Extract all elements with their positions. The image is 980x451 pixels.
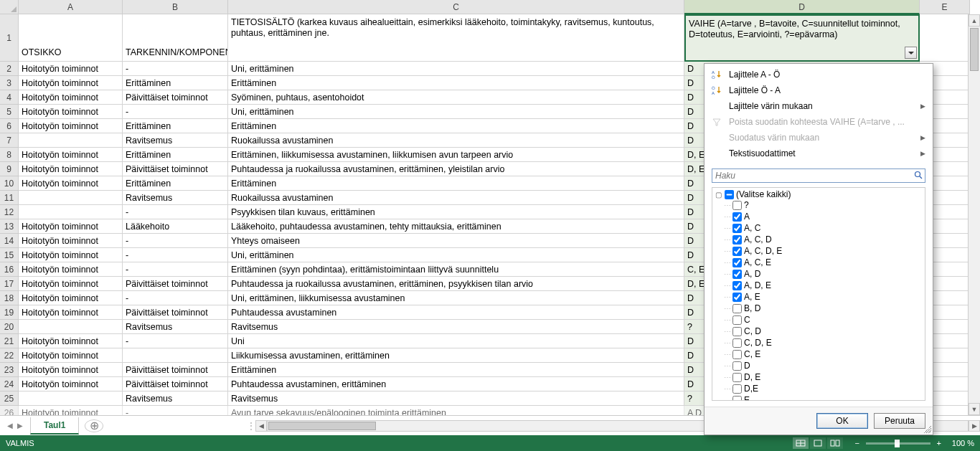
cell[interactable]: - — [123, 262, 228, 277]
cell[interactable]: Uni, erittäminen — [228, 62, 684, 76]
hscroll-thumb[interactable] — [268, 422, 376, 430]
select-all-checkbox[interactable] — [725, 190, 734, 199]
cell[interactable]: Liikkumisessa avustaminen, erittäminen — [228, 348, 684, 363]
column-header-D[interactable]: D — [684, 0, 920, 14]
cell[interactable]: Päivittäiset toiminnot — [123, 90, 228, 105]
cell[interactable]: Erittäminen — [228, 363, 684, 377]
cell[interactable]: - — [123, 406, 228, 415]
cell[interactable] — [19, 320, 123, 334]
filter-value-item[interactable]: ⋯C, D, E — [715, 337, 922, 348]
sheet-tab-taul1[interactable]: Taul1 — [30, 417, 79, 435]
cell[interactable]: - — [123, 205, 228, 219]
filter-value-checkbox[interactable] — [732, 396, 742, 402]
view-page-layout-button[interactable] — [810, 437, 826, 449]
row-header[interactable]: 25 — [0, 391, 19, 406]
cell[interactable]: Yhteys omaiseen — [228, 234, 684, 248]
cell[interactable]: Ravitsemus — [123, 391, 228, 406]
cell[interactable]: Hoitotyön toiminnot — [19, 148, 123, 162]
row-header[interactable]: 9 — [0, 162, 19, 176]
cell[interactable]: Hoitotyön toiminnot — [19, 90, 123, 105]
filter-value-item[interactable]: ⋯D, E — [715, 371, 922, 383]
row-header[interactable]: 3 — [0, 76, 19, 90]
row-header[interactable]: 4 — [0, 90, 19, 105]
cell[interactable]: Erittäminen — [123, 148, 228, 162]
filter-value-item[interactable]: ⋯D,E — [715, 383, 922, 394]
cell[interactable]: Hoitotyön toiminnot — [19, 406, 123, 415]
filter-value-item[interactable]: ⋯C, D — [715, 326, 922, 337]
cell[interactable]: Hoitotyön toiminnot — [19, 248, 123, 262]
resize-handle[interactable] — [924, 426, 931, 433]
cell[interactable]: Hoitotyön toiminnot — [19, 305, 123, 320]
scroll-track[interactable] — [969, 27, 980, 403]
zoom-level[interactable]: 100 % — [952, 439, 974, 447]
filter-value-checkbox[interactable] — [732, 293, 742, 302]
cell[interactable]: Lääkehoito — [123, 219, 228, 234]
cell[interactable]: Uni, erittäminen — [228, 248, 684, 262]
cell[interactable]: Hoitotyön toiminnot — [19, 262, 123, 277]
cell[interactable]: Ravitsemus — [123, 320, 228, 334]
cell[interactable]: Ravitsemus — [123, 191, 228, 205]
collapse-icon[interactable]: ▢ — [715, 191, 722, 199]
filter-value-item[interactable]: ⋯A — [715, 211, 922, 222]
select-all-corner[interactable] — [0, 0, 19, 14]
cell[interactable]: Hoitotyön toiminnot — [19, 291, 123, 305]
row-header[interactable]: 7 — [0, 133, 19, 148]
cell[interactable] — [19, 205, 123, 219]
filter-value-checkbox[interactable] — [732, 373, 742, 382]
header-cell-otsikko[interactable]: OTSIKKO — [19, 14, 123, 62]
filter-value-checkbox[interactable] — [732, 384, 742, 394]
cell[interactable]: Hoitotyön toiminnot — [19, 62, 123, 76]
cell[interactable]: Erittäminen — [123, 119, 228, 133]
select-all-item[interactable]: ▢ (Valitse kaikki) — [715, 189, 922, 199]
row-header[interactable]: 8 — [0, 148, 19, 162]
cell[interactable]: Hoitotyön toiminnot — [19, 348, 123, 363]
filter-value-checkbox[interactable] — [732, 224, 742, 233]
filter-value-checkbox[interactable] — [732, 201, 742, 210]
row-header[interactable]: 1 — [0, 14, 19, 62]
scroll-left-button[interactable]: ◀ — [255, 420, 267, 432]
cell[interactable]: Puhtaudessa avustaminen — [228, 305, 684, 320]
cell[interactable]: Ravitsemus — [228, 320, 684, 334]
ok-button[interactable]: OK — [816, 413, 868, 429]
header-cell-tarkennin[interactable]: TARKENNIN/KOMPONENTTI — [123, 14, 228, 62]
cell[interactable]: - — [123, 248, 228, 262]
filter-value-item[interactable]: ⋯D — [715, 360, 922, 371]
filter-value-checkbox[interactable] — [732, 212, 742, 222]
cell[interactable]: Erittäminen — [228, 76, 684, 90]
sort-by-color[interactable]: Lajittele värin mukaan ▶ — [705, 98, 933, 114]
header-cell-vaihe[interactable]: VAIHE (A=tarve , B=tavoite, C=suunnitell… — [684, 14, 920, 62]
cell[interactable]: - — [123, 291, 228, 305]
row-header[interactable]: 16 — [0, 262, 19, 277]
vertical-scrollbar[interactable]: ▲ ▼ — [968, 14, 980, 415]
cell[interactable]: Hoitotyön toiminnot — [19, 119, 123, 133]
view-normal-button[interactable] — [793, 437, 809, 449]
row-header[interactable]: 6 — [0, 119, 19, 133]
row-header[interactable]: 26 — [0, 406, 19, 415]
cell[interactable]: Ravitsemus — [123, 133, 228, 148]
cell[interactable]: Päivittäiset toiminnot — [123, 305, 228, 320]
cell[interactable]: Syöminen, puhtaus, asentohoidot — [228, 90, 684, 105]
tab-scroll-split[interactable]: ⋮ — [247, 421, 255, 431]
filter-value-checkbox[interactable] — [732, 327, 742, 336]
cell[interactable]: Erittäminen — [228, 176, 684, 191]
filter-value-checkbox[interactable] — [732, 235, 742, 245]
filter-value-item[interactable]: ⋯A, C, D — [715, 234, 922, 245]
filter-value-item[interactable]: ⋯C, E — [715, 348, 922, 360]
cell[interactable]: Hoitotyön toiminnot — [19, 162, 123, 176]
cell[interactable]: Uni, erittäminen, liikkumisessa avustami… — [228, 291, 684, 305]
cell[interactable]: Puhtaudessa ja ruokailussa avustaminen, … — [228, 277, 684, 291]
cell[interactable]: Päivittäiset toiminnot — [123, 277, 228, 291]
cell[interactable]: Ruokailussa avustaminen — [228, 191, 684, 205]
cell[interactable]: Psyykkisen tilan kuvaus, erittäminen — [228, 205, 684, 219]
cell[interactable]: Päivittäiset toiminnot — [123, 162, 228, 176]
scroll-thumb[interactable] — [970, 28, 979, 71]
zoom-slider-thumb[interactable] — [895, 440, 900, 447]
cell[interactable]: Uni, erittäminen — [228, 105, 684, 119]
cell[interactable]: Erittäminen — [228, 119, 684, 133]
row-header[interactable]: 21 — [0, 334, 19, 348]
cell[interactable]: Hoitotyön toiminnot — [19, 334, 123, 348]
filter-value-checkbox[interactable] — [732, 281, 742, 290]
scroll-right-button[interactable]: ▶ — [969, 420, 980, 432]
row-header[interactable]: 22 — [0, 348, 19, 363]
row-header[interactable]: 15 — [0, 248, 19, 262]
